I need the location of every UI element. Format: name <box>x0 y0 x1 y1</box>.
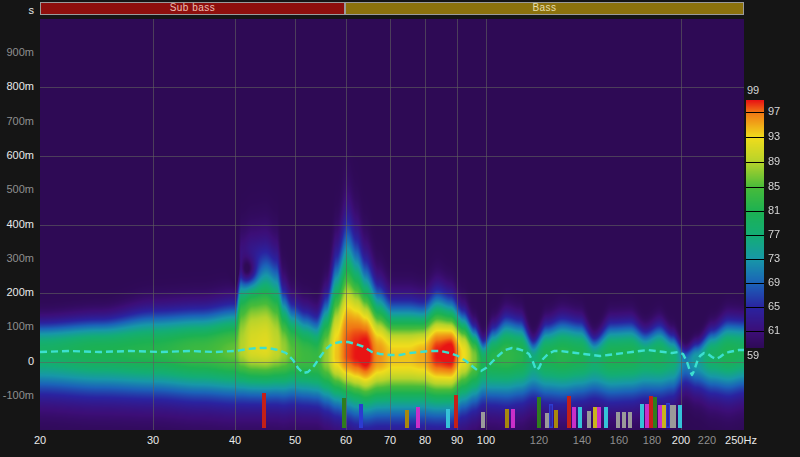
x-axis-label: 30 <box>147 434 159 446</box>
band-header-sub-bass: Sub bass <box>40 2 345 15</box>
legend-tick-label: 65 <box>768 300 780 312</box>
y-axis-label: 500m <box>0 183 34 195</box>
x-axis-label: 250Hz <box>725 434 757 446</box>
x-axis-label: 200 <box>672 434 690 446</box>
x-axis-label: 120 <box>530 434 548 446</box>
legend-colorbar <box>746 100 764 348</box>
x-axis-label: 140 <box>573 434 591 446</box>
y-axis-label: 400m <box>0 218 34 230</box>
y-axis-label: 700m <box>0 115 34 127</box>
legend-max-label: 99 <box>747 84 759 96</box>
legend-tick-label: 85 <box>768 180 780 192</box>
x-axis-label: 100 <box>477 434 495 446</box>
x-axis-label: 220 <box>698 434 716 446</box>
x-axis-label: 90 <box>451 434 463 446</box>
y-axis-label: 100m <box>0 320 34 332</box>
x-axis-label: 50 <box>289 434 301 446</box>
x-axis-label: 180 <box>643 434 661 446</box>
y-axis-label: -100m <box>0 389 34 401</box>
y-axis-label: 600m <box>0 149 34 161</box>
x-axis-label: 70 <box>384 434 396 446</box>
x-axis-label: 60 <box>340 434 352 446</box>
y-axis-label: 0 <box>0 355 34 367</box>
legend-tick-label: 73 <box>768 252 780 264</box>
legend-tick-label: 97 <box>768 105 780 117</box>
band-header-bass: Bass <box>345 2 744 15</box>
legend-tick-label: 93 <box>768 130 780 142</box>
legend-tick-label: 89 <box>768 155 780 167</box>
y-axis-label: 900m <box>0 46 34 58</box>
legend-min-label: 59 <box>747 349 759 361</box>
x-axis-label: 160 <box>610 434 628 446</box>
legend-tick-label: 81 <box>768 204 780 216</box>
y-axis-label: 800m <box>0 80 34 92</box>
spectrogram-window: s Sub bass Bass 900m800m700m600m500m400m… <box>0 0 800 457</box>
band-header-bass-label: Bass <box>532 2 556 13</box>
band-header-sub-bass-label: Sub bass <box>170 2 216 13</box>
y-axis-unit-label: s <box>0 4 34 16</box>
x-axis-label: 80 <box>419 434 431 446</box>
legend-tick-label: 61 <box>768 324 780 336</box>
y-axis-label: 200m <box>0 286 34 298</box>
legend-tick-label: 77 <box>768 228 780 240</box>
y-axis-label: 300m <box>0 252 34 264</box>
legend-tick-label: 69 <box>768 276 780 288</box>
x-axis-label: 20 <box>34 434 46 446</box>
spectrogram-plot-canvas[interactable] <box>40 19 744 430</box>
x-axis-label: 40 <box>229 434 241 446</box>
